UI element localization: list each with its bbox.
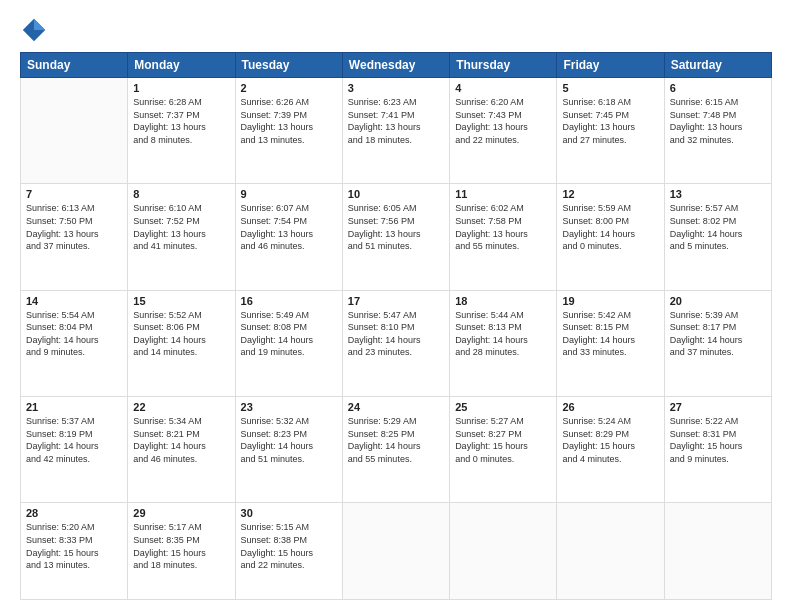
day-number: 14 (26, 295, 122, 307)
day-header-friday: Friday (557, 53, 664, 78)
day-info: Sunrise: 6:28 AMSunset: 7:37 PMDaylight:… (133, 96, 229, 146)
day-number: 15 (133, 295, 229, 307)
day-info: Sunrise: 5:59 AMSunset: 8:00 PMDaylight:… (562, 202, 658, 252)
day-number: 25 (455, 401, 551, 413)
day-header-monday: Monday (128, 53, 235, 78)
day-cell: 4Sunrise: 6:20 AMSunset: 7:43 PMDaylight… (450, 78, 557, 184)
day-cell: 23Sunrise: 5:32 AMSunset: 8:23 PMDayligh… (235, 396, 342, 502)
day-cell (450, 503, 557, 600)
day-number: 17 (348, 295, 444, 307)
day-number: 13 (670, 188, 766, 200)
day-info: Sunrise: 5:17 AMSunset: 8:35 PMDaylight:… (133, 521, 229, 571)
day-number: 23 (241, 401, 337, 413)
day-number: 5 (562, 82, 658, 94)
day-cell: 15Sunrise: 5:52 AMSunset: 8:06 PMDayligh… (128, 290, 235, 396)
day-cell: 17Sunrise: 5:47 AMSunset: 8:10 PMDayligh… (342, 290, 449, 396)
day-cell: 26Sunrise: 5:24 AMSunset: 8:29 PMDayligh… (557, 396, 664, 502)
day-info: Sunrise: 5:34 AMSunset: 8:21 PMDaylight:… (133, 415, 229, 465)
day-info: Sunrise: 5:15 AMSunset: 8:38 PMDaylight:… (241, 521, 337, 571)
day-info: Sunrise: 5:42 AMSunset: 8:15 PMDaylight:… (562, 309, 658, 359)
day-info: Sunrise: 5:37 AMSunset: 8:19 PMDaylight:… (26, 415, 122, 465)
day-cell: 10Sunrise: 6:05 AMSunset: 7:56 PMDayligh… (342, 184, 449, 290)
day-cell: 8Sunrise: 6:10 AMSunset: 7:52 PMDaylight… (128, 184, 235, 290)
day-cell: 5Sunrise: 6:18 AMSunset: 7:45 PMDaylight… (557, 78, 664, 184)
day-cell: 1Sunrise: 6:28 AMSunset: 7:37 PMDaylight… (128, 78, 235, 184)
day-header-saturday: Saturday (664, 53, 771, 78)
day-info: Sunrise: 5:44 AMSunset: 8:13 PMDaylight:… (455, 309, 551, 359)
day-number: 29 (133, 507, 229, 519)
day-number: 2 (241, 82, 337, 94)
day-cell: 30Sunrise: 5:15 AMSunset: 8:38 PMDayligh… (235, 503, 342, 600)
day-number: 4 (455, 82, 551, 94)
day-cell (557, 503, 664, 600)
day-info: Sunrise: 6:07 AMSunset: 7:54 PMDaylight:… (241, 202, 337, 252)
day-cell: 19Sunrise: 5:42 AMSunset: 8:15 PMDayligh… (557, 290, 664, 396)
day-number: 28 (26, 507, 122, 519)
day-info: Sunrise: 5:47 AMSunset: 8:10 PMDaylight:… (348, 309, 444, 359)
logo-icon (20, 16, 48, 44)
logo (20, 16, 52, 44)
week-row-3: 14Sunrise: 5:54 AMSunset: 8:04 PMDayligh… (21, 290, 772, 396)
day-info: Sunrise: 5:32 AMSunset: 8:23 PMDaylight:… (241, 415, 337, 465)
day-cell: 6Sunrise: 6:15 AMSunset: 7:48 PMDaylight… (664, 78, 771, 184)
day-cell: 2Sunrise: 6:26 AMSunset: 7:39 PMDaylight… (235, 78, 342, 184)
week-row-2: 7Sunrise: 6:13 AMSunset: 7:50 PMDaylight… (21, 184, 772, 290)
week-row-4: 21Sunrise: 5:37 AMSunset: 8:19 PMDayligh… (21, 396, 772, 502)
day-info: Sunrise: 5:24 AMSunset: 8:29 PMDaylight:… (562, 415, 658, 465)
day-number: 8 (133, 188, 229, 200)
day-info: Sunrise: 5:20 AMSunset: 8:33 PMDaylight:… (26, 521, 122, 571)
day-info: Sunrise: 5:27 AMSunset: 8:27 PMDaylight:… (455, 415, 551, 465)
day-number: 7 (26, 188, 122, 200)
day-header-sunday: Sunday (21, 53, 128, 78)
day-number: 20 (670, 295, 766, 307)
day-number: 12 (562, 188, 658, 200)
day-number: 1 (133, 82, 229, 94)
day-cell: 25Sunrise: 5:27 AMSunset: 8:27 PMDayligh… (450, 396, 557, 502)
day-number: 21 (26, 401, 122, 413)
day-header-wednesday: Wednesday (342, 53, 449, 78)
day-cell: 27Sunrise: 5:22 AMSunset: 8:31 PMDayligh… (664, 396, 771, 502)
calendar: SundayMondayTuesdayWednesdayThursdayFrid… (20, 52, 772, 600)
day-info: Sunrise: 5:54 AMSunset: 8:04 PMDaylight:… (26, 309, 122, 359)
day-cell: 11Sunrise: 6:02 AMSunset: 7:58 PMDayligh… (450, 184, 557, 290)
day-number: 3 (348, 82, 444, 94)
day-cell: 18Sunrise: 5:44 AMSunset: 8:13 PMDayligh… (450, 290, 557, 396)
day-number: 6 (670, 82, 766, 94)
day-cell: 13Sunrise: 5:57 AMSunset: 8:02 PMDayligh… (664, 184, 771, 290)
day-cell: 3Sunrise: 6:23 AMSunset: 7:41 PMDaylight… (342, 78, 449, 184)
day-cell: 16Sunrise: 5:49 AMSunset: 8:08 PMDayligh… (235, 290, 342, 396)
day-info: Sunrise: 6:10 AMSunset: 7:52 PMDaylight:… (133, 202, 229, 252)
day-cell: 22Sunrise: 5:34 AMSunset: 8:21 PMDayligh… (128, 396, 235, 502)
day-info: Sunrise: 6:20 AMSunset: 7:43 PMDaylight:… (455, 96, 551, 146)
day-cell: 20Sunrise: 5:39 AMSunset: 8:17 PMDayligh… (664, 290, 771, 396)
day-header-thursday: Thursday (450, 53, 557, 78)
day-cell (342, 503, 449, 600)
day-cell: 28Sunrise: 5:20 AMSunset: 8:33 PMDayligh… (21, 503, 128, 600)
day-info: Sunrise: 6:13 AMSunset: 7:50 PMDaylight:… (26, 202, 122, 252)
day-info: Sunrise: 6:02 AMSunset: 7:58 PMDaylight:… (455, 202, 551, 252)
day-info: Sunrise: 5:57 AMSunset: 8:02 PMDaylight:… (670, 202, 766, 252)
day-info: Sunrise: 6:18 AMSunset: 7:45 PMDaylight:… (562, 96, 658, 146)
day-cell: 29Sunrise: 5:17 AMSunset: 8:35 PMDayligh… (128, 503, 235, 600)
day-number: 27 (670, 401, 766, 413)
day-number: 16 (241, 295, 337, 307)
day-cell (664, 503, 771, 600)
day-cell: 12Sunrise: 5:59 AMSunset: 8:00 PMDayligh… (557, 184, 664, 290)
day-info: Sunrise: 5:29 AMSunset: 8:25 PMDaylight:… (348, 415, 444, 465)
svg-marker-2 (34, 19, 45, 30)
day-info: Sunrise: 5:52 AMSunset: 8:06 PMDaylight:… (133, 309, 229, 359)
week-row-5: 28Sunrise: 5:20 AMSunset: 8:33 PMDayligh… (21, 503, 772, 600)
day-cell: 24Sunrise: 5:29 AMSunset: 8:25 PMDayligh… (342, 396, 449, 502)
day-info: Sunrise: 5:49 AMSunset: 8:08 PMDaylight:… (241, 309, 337, 359)
day-number: 26 (562, 401, 658, 413)
day-header-tuesday: Tuesday (235, 53, 342, 78)
day-cell: 14Sunrise: 5:54 AMSunset: 8:04 PMDayligh… (21, 290, 128, 396)
day-number: 9 (241, 188, 337, 200)
day-number: 11 (455, 188, 551, 200)
day-cell (21, 78, 128, 184)
day-info: Sunrise: 5:22 AMSunset: 8:31 PMDaylight:… (670, 415, 766, 465)
page: SundayMondayTuesdayWednesdayThursdayFrid… (0, 0, 792, 612)
header (20, 16, 772, 44)
day-info: Sunrise: 6:23 AMSunset: 7:41 PMDaylight:… (348, 96, 444, 146)
calendar-table: SundayMondayTuesdayWednesdayThursdayFrid… (20, 52, 772, 600)
